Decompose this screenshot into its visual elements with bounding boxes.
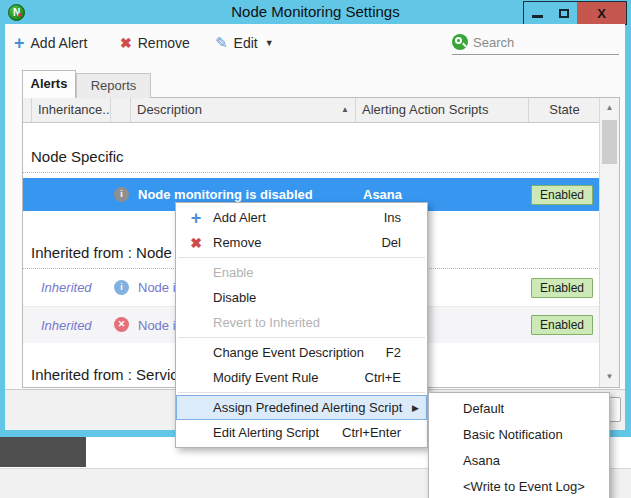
titlebar[interactable]: N Node Monitoring Settings X (0, 0, 631, 24)
info-icon: i (114, 280, 129, 295)
menu-item-change-event-description[interactable]: Change Event Description F2 (176, 340, 427, 365)
status-badge: Enabled (531, 315, 593, 335)
menu-shortcut: F2 (386, 345, 417, 360)
error-icon: ✕ (114, 317, 129, 332)
menu-item-modify-event-rule[interactable]: Modify Event Rule Ctrl+E (176, 365, 427, 390)
menu-item-label: Enable (213, 265, 253, 280)
add-alert-button[interactable]: + Add Alert (14, 24, 87, 62)
menu-item-disable[interactable]: Disable (176, 285, 427, 310)
column-inheritance[interactable]: Inheritance... (32, 98, 111, 122)
close-icon: X (597, 6, 606, 21)
remove-button[interactable]: ✖ Remove (120, 24, 190, 62)
inheritance-label: Inherited (41, 307, 101, 343)
submenu-item-write-to-event-log[interactable]: <Write to Event Log> (429, 474, 609, 498)
minimize-icon (532, 15, 543, 18)
plus-icon: + (14, 36, 25, 50)
scroll-down-icon[interactable]: ▼ (600, 367, 619, 387)
maximize-icon (559, 9, 569, 18)
pencil-icon: ✎ (215, 34, 228, 52)
toolbar: + Add Alert ✖ Remove ✎ Edit ▼ (5, 24, 625, 62)
column-icon[interactable] (111, 98, 131, 122)
submenu-arrow-icon: ▶ (412, 403, 419, 413)
edit-label: Edit (234, 35, 258, 51)
menu-separator (178, 392, 425, 393)
desktop-background-dark-block (0, 437, 86, 467)
column-state[interactable]: State (529, 98, 600, 122)
menu-item-label: Modify Event Rule (213, 370, 319, 385)
vertical-scrollbar[interactable]: ▲ ▼ (599, 98, 619, 387)
search-box (452, 30, 619, 55)
menu-item-label: Disable (213, 290, 256, 305)
menu-item-revert-to-inherited[interactable]: Revert to Inherited (176, 310, 427, 335)
column-description[interactable]: Description (131, 98, 356, 122)
remove-x-icon: ✖ (120, 35, 132, 51)
remove-label: Remove (138, 35, 190, 51)
search-input[interactable] (473, 35, 613, 50)
menu-item-label: Add Alert (213, 210, 266, 225)
group-header-node-specific: Node Specific (23, 123, 600, 173)
menu-item-edit-alerting-script[interactable]: Edit Alerting Script Ctrl+Enter (176, 420, 427, 445)
menu-item-assign-predefined-alerting-script[interactable]: Assign Predefined Alerting Script ▶ (176, 395, 427, 420)
scrollbar-thumb[interactable] (602, 120, 617, 164)
menu-shortcut: Del (381, 235, 417, 250)
menu-item-enable[interactable]: Enable (176, 260, 427, 285)
menu-item-remove[interactable]: ✖ Remove Del (176, 230, 427, 255)
menu-shortcut: Ctrl+E (365, 370, 417, 385)
menu-item-add-alert[interactable]: + Add Alert Ins (176, 205, 427, 230)
scroll-up-icon[interactable]: ▲ (600, 98, 619, 118)
plus-icon: + (186, 211, 206, 225)
screen: N Node Monitoring Settings X + Add Alert… (0, 0, 631, 498)
edit-dropdown-button[interactable]: ✎ Edit ▼ (215, 24, 274, 62)
menu-item-label: Remove (213, 235, 261, 250)
maximize-button[interactable] (551, 1, 578, 25)
menu-separator (178, 337, 425, 338)
submenu-item-asana[interactable]: Asana (429, 448, 609, 474)
close-button[interactable]: X (577, 1, 627, 25)
alerting-script-submenu: Default Basic Notification Asana <Write … (428, 392, 610, 498)
inheritance-label: Inherited (41, 269, 101, 306)
menu-shortcut: Ins (384, 210, 417, 225)
menu-item-label: Change Event Description (213, 345, 364, 360)
search-icon (452, 34, 468, 50)
status-badge: Enabled (531, 278, 593, 298)
tab-reports[interactable]: Reports (76, 73, 151, 98)
column-alerting-action-scripts[interactable]: Alerting Action Scripts (356, 98, 529, 122)
grid-header: Inheritance... Description ▲ Alerting Ac… (23, 98, 619, 123)
submenu-item-default[interactable]: Default (429, 396, 609, 422)
menu-shortcut: Ctrl+Enter (342, 425, 417, 440)
info-icon: i (114, 187, 129, 202)
minimize-button[interactable] (523, 1, 552, 25)
status-badge: Enabled (531, 185, 593, 205)
menu-item-label: Edit Alerting Script (213, 425, 319, 440)
remove-x-icon: ✖ (186, 235, 206, 251)
menu-separator (178, 257, 425, 258)
add-alert-label: Add Alert (31, 35, 88, 51)
menu-item-label: Assign Predefined Alerting Script (213, 400, 402, 415)
sort-ascending-icon: ▲ (341, 98, 349, 122)
column-indent[interactable] (23, 98, 32, 122)
chevron-down-icon: ▼ (265, 38, 274, 48)
submenu-item-basic-notification[interactable]: Basic Notification (429, 422, 609, 448)
context-menu: + Add Alert Ins ✖ Remove Del Enable Disa… (175, 202, 428, 448)
tab-alerts[interactable]: Alerts (22, 70, 76, 98)
menu-item-label: Revert to Inherited (213, 315, 320, 330)
